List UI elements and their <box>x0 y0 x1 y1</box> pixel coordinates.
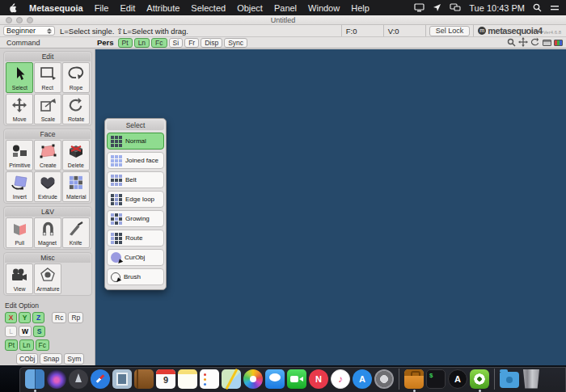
dock-system-preferences[interactable] <box>374 369 394 389</box>
sym-toggle[interactable]: Sym <box>64 353 84 365</box>
dock-app-store[interactable]: A <box>353 369 372 389</box>
tool-delete[interactable]: Delete <box>62 140 90 171</box>
pt-toggle[interactable]: Pt <box>5 339 18 351</box>
tool-magnet[interactable]: Magnet <box>34 217 61 248</box>
rp-toggle[interactable]: Rp <box>68 312 83 323</box>
dock-metasequoia[interactable] <box>470 369 489 389</box>
tool-scale[interactable]: Scale <box>34 94 61 124</box>
menu-item-edit[interactable]: Edit <box>120 3 135 13</box>
palette-item-normal[interactable]: Normal <box>107 133 164 150</box>
ln-toggle[interactable]: Ln <box>19 339 33 351</box>
menu-item-help[interactable]: Help <box>351 3 370 13</box>
close-button[interactable] <box>6 17 12 23</box>
menu-clock[interactable]: Tue 10:43 PM <box>469 3 525 13</box>
menu-item-selected[interactable]: Selected <box>191 3 226 13</box>
minimize-button[interactable] <box>16 17 23 23</box>
tool-create[interactable]: Create <box>34 140 61 171</box>
dock-terminal[interactable]: $ <box>426 369 446 389</box>
dock-itunes[interactable]: ♪ <box>331 369 350 389</box>
menu-item-attribute[interactable]: Attribute <box>146 3 180 13</box>
w-toggle[interactable]: W <box>19 326 32 337</box>
s-toggle[interactable]: S <box>33 326 45 337</box>
dock-maps[interactable] <box>222 369 241 389</box>
toggle-pt[interactable]: Pt <box>118 38 133 48</box>
dock-launchpad[interactable] <box>69 369 88 389</box>
tool-rotate[interactable]: Rotate <box>62 94 90 124</box>
dock-app-a[interactable]: A <box>448 369 467 389</box>
tool-rope[interactable]: Rope <box>62 62 90 93</box>
rc-toggle[interactable]: Rc <box>52 312 66 323</box>
palette-item-curobj[interactable]: CurObj <box>107 249 164 266</box>
menu-item-panel[interactable]: Panel <box>274 3 297 13</box>
dock-downloads-folder[interactable] <box>500 372 519 388</box>
select-palette-title[interactable]: Select <box>107 120 164 130</box>
dock-siri[interactable] <box>47 369 66 389</box>
dock-messages[interactable] <box>265 369 285 389</box>
dock-notes[interactable] <box>178 369 197 389</box>
palette-item-edge-loop[interactable]: Edge loop <box>107 191 164 208</box>
toggle-sync[interactable]: Sync <box>224 38 247 48</box>
toggle-fc[interactable]: Fc <box>151 38 167 48</box>
toggle-fr[interactable]: Fr <box>184 38 199 48</box>
palette-item-growing[interactable]: Growing <box>107 210 164 227</box>
axis-z-toggle[interactable]: Z <box>32 312 44 323</box>
zoom-button[interactable] <box>27 17 33 23</box>
toggle-ln[interactable]: Ln <box>134 38 150 48</box>
tool-primitive[interactable]: Primitive <box>6 140 33 171</box>
snap-toggle[interactable]: Snap <box>40 353 62 365</box>
displays-icon[interactable] <box>450 3 461 12</box>
menu-item-file[interactable]: File <box>95 3 109 13</box>
toggle-disp[interactable]: Disp <box>201 38 222 48</box>
screen-mirroring-icon[interactable] <box>414 3 424 12</box>
apple-menu-icon[interactable] <box>8 2 17 13</box>
axis-x-toggle[interactable]: X <box>5 312 17 323</box>
spotlight-icon[interactable] <box>533 3 542 12</box>
menu-item-app[interactable]: Metasequoia <box>29 3 83 13</box>
tool-select[interactable]: Select <box>6 62 33 93</box>
mode-select[interactable]: Beginner <box>3 26 55 36</box>
dock-mail[interactable] <box>112 369 132 389</box>
tool-armature[interactable]: Armature <box>34 263 61 294</box>
toggle-si[interactable]: Si <box>169 38 184 48</box>
dock-photos[interactable] <box>243 369 263 389</box>
tool-rect[interactable]: Rect <box>34 62 61 93</box>
menu-item-window[interactable]: Window <box>308 3 340 13</box>
palette-item-route[interactable]: Route <box>107 230 164 247</box>
command-panel-title: Command <box>0 39 95 47</box>
fc-toggle[interactable]: Fc <box>36 339 49 351</box>
tool-pull[interactable]: Pull <box>6 217 33 248</box>
dock-toolbox-app[interactable] <box>404 369 424 389</box>
dock-news[interactable]: N <box>309 369 328 389</box>
dock-reminders[interactable] <box>200 369 219 389</box>
dock-trash[interactable] <box>522 369 541 389</box>
axis-y-toggle[interactable]: Y <box>19 312 31 323</box>
pan-view-icon[interactable] <box>518 36 528 50</box>
location-arrow-icon[interactable] <box>433 3 441 12</box>
zoom-view-icon[interactable] <box>507 36 516 50</box>
dock-calendar[interactable]: 9 <box>156 369 175 389</box>
display-gray-icon[interactable] <box>543 40 551 46</box>
menu-item-object[interactable]: Object <box>237 3 263 13</box>
tool-move[interactable]: Move <box>6 94 33 124</box>
tool-extrude[interactable]: Extrude <box>34 171 61 202</box>
cobj-toggle[interactable]: CObj <box>16 353 38 365</box>
tool-invert[interactable]: Invert <box>6 171 33 202</box>
title-bar[interactable]: Untitled <box>0 15 566 25</box>
display-color-icon[interactable] <box>554 40 563 46</box>
notification-center-icon[interactable] <box>550 4 560 12</box>
rotate-view-icon[interactable] <box>530 36 540 50</box>
menu-bar: Metasequoia File Edit Attribute Selected… <box>0 0 566 15</box>
viewport-3d[interactable]: Select Normal Joined face Belt Edge loop <box>95 49 566 365</box>
dock-contacts[interactable] <box>134 369 154 389</box>
tool-view[interactable]: View <box>6 263 33 294</box>
dock-safari[interactable] <box>91 369 110 389</box>
l-toggle[interactable]: L <box>5 326 17 337</box>
palette-item-belt[interactable]: Belt <box>107 171 164 188</box>
dock-facetime[interactable] <box>287 369 306 389</box>
palette-item-brush[interactable]: Brush <box>107 268 164 285</box>
palette-item-joined-face[interactable]: Joined face <box>107 152 164 169</box>
sel-lock-button[interactable]: Sel Lock <box>429 26 471 36</box>
dock-finder[interactable] <box>25 369 44 389</box>
tool-material[interactable]: Material <box>62 171 90 202</box>
tool-knife[interactable]: Knife <box>62 217 90 248</box>
